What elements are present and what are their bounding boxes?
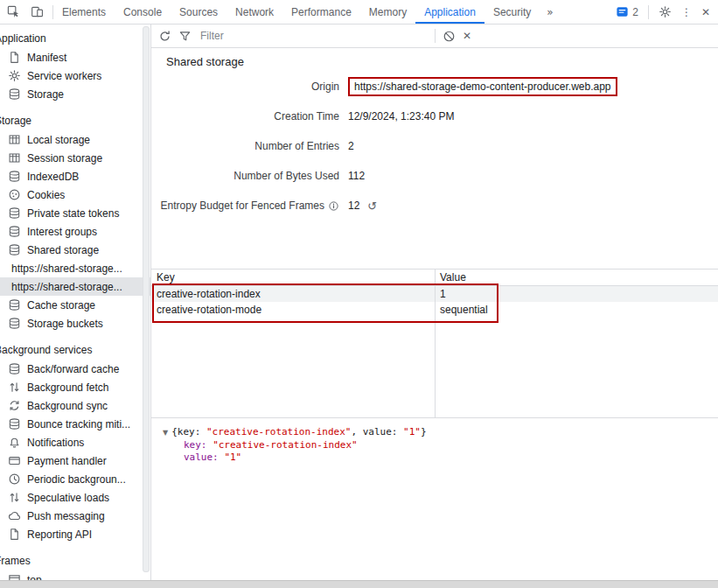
sidebar-item-indexeddb[interactable]: IndexedDB [0,167,150,186]
sidebar-item-cache-storage[interactable]: Cache storage [0,296,150,314]
sidebar-item-shared-storage-origin-1[interactable]: https://shared-storage... [0,259,150,277]
column-header-value[interactable]: Value [435,271,466,284]
sidebar-item-label: Speculative loads [27,492,109,504]
sidebar-item-reporting-api[interactable]: Reporting API [0,525,150,543]
panel-toolbar: ✕ [151,24,718,48]
clear-all-icon[interactable] [443,30,456,43]
sidebar-item-local-storage[interactable]: Local storage [0,130,150,149]
meta-row-number-of-bytes: Number of Bytes Used 112 [151,161,718,191]
annotation-box-origin: https://shared-storage-demo-content-prod… [348,77,617,96]
section-frames: Frames top [0,552,150,581]
sidebar-item-label: Push messaging [27,510,105,522]
sidebar-item-label: Storage [27,88,64,101]
sidebar-item-service-workers[interactable]: Service workers [0,66,150,85]
sidebar-item-label: https://shared-storage... [11,262,122,275]
sidebar-item-shared-storage-origin-2[interactable]: https://shared-storage... [0,277,150,296]
cookie-icon [8,188,21,201]
more-tabs-icon[interactable]: » [540,0,560,24]
sidebar-item-periodic-background-sync[interactable]: Periodic backgroun... [0,470,150,488]
meta-label: Number of Bytes Used [151,170,339,182]
sidebar-item-background-fetch[interactable]: Background fetch [0,378,150,396]
preview-entry-key: key: "creative-rotation-index" [184,439,718,452]
sidebar-item-payment-handler[interactable]: Payment handler [0,452,150,470]
section-title-storage[interactable]: Storage [0,112,150,130]
settings-gear-icon[interactable] [659,5,672,18]
sidebar-item-label: Local storage [27,134,90,146]
sidebar-item-label: Cookies [27,189,65,201]
up-down-arrows-icon [8,491,21,504]
meta-row-creation-time: Creation Time 12/9/2024, 1:23:40 PM [151,102,718,131]
close-devtools-icon[interactable]: ✕ [701,6,710,18]
preview-entry-value: value: "1" [184,452,718,464]
sidebar-item-storage-buckets[interactable]: Storage buckets [0,314,150,332]
sidebar-item-background-sync[interactable]: Background sync [0,396,150,415]
entry-preview-pane: ▼{key: "creative-rotation-index", value:… [151,417,718,581]
window-bottom-edge [0,580,718,588]
issues-count: 2 [632,6,638,18]
section-title-application[interactable]: Application [0,30,150,48]
database-icon [8,206,21,220]
sidebar-item-label: Cache storage [27,299,95,312]
expand-triangle-icon[interactable]: ▼ [163,429,168,437]
reset-budget-icon[interactable]: ↺ [367,200,377,213]
tabbar-right-icons: 2 ⋮ ✕ [616,0,718,24]
meta-label: Entropy Budget for Fenced Frames [151,200,339,212]
sidebar-item-storage[interactable]: Storage [0,85,150,103]
shared-storage-panel: ✕ Shared storage Origin https://shared-s… [151,24,718,581]
sidebar-item-interest-groups[interactable]: Interest groups [0,222,150,241]
sidebar-item-label: Manifest [27,52,66,64]
meta-value: 2 [348,140,354,152]
sidebar-item-speculative-loads[interactable]: Speculative loads [0,488,150,507]
sidebar-scrollbar[interactable] [143,26,150,572]
tab-network[interactable]: Network [227,0,282,24]
tab-security[interactable]: Security [484,0,540,24]
application-sidebar: Application Manifest Service workers Sto… [0,24,151,581]
cell-key: creative-rotation-index [151,288,435,300]
sidebar-item-push-messaging[interactable]: Push messaging [0,507,150,525]
clock-icon [8,472,21,486]
section-application: Application Manifest Service workers Sto… [0,30,150,103]
sidebar-item-bounce-tracking[interactable]: Bounce tracking miti... [0,415,150,433]
sidebar-item-label: Service workers [27,70,101,82]
device-toolbar-icon[interactable] [31,5,44,18]
sidebar-item-shared-storage[interactable]: Shared storage [0,241,150,259]
sidebar-item-label: Shared storage [27,244,99,256]
close-icon[interactable]: ✕ [463,30,471,42]
sidebar-item-label: Back/forward cache [27,363,119,375]
sidebar-item-cookies[interactable]: Cookies [0,186,150,204]
sidebar-item-private-state-tokens[interactable]: Private state tokens [0,204,150,222]
sidebar-item-label: Session storage [27,152,102,164]
sidebar-item-label: Background sync [27,400,108,412]
sidebar-item-label: Bounce tracking miti... [27,418,130,430]
issues-badge[interactable]: 2 [616,5,638,18]
meta-row-origin: Origin https://shared-storage-demo-conte… [151,72,718,102]
tab-sources[interactable]: Sources [171,0,227,24]
sidebar-item-back-forward-cache[interactable]: Back/forward cache [0,360,150,378]
column-divider[interactable] [435,270,436,417]
sidebar-item-notifications[interactable]: Notifications [0,433,150,452]
tab-memory[interactable]: Memory [360,0,415,24]
section-title-frames[interactable]: Frames [0,552,150,570]
tab-application[interactable]: Application [415,0,484,24]
sidebar-item-label: Interest groups [27,226,97,238]
tab-performance[interactable]: Performance [282,0,360,24]
refresh-icon[interactable] [158,30,171,43]
column-header-key[interactable]: Key [151,271,435,284]
tab-console[interactable]: Console [115,0,171,24]
tab-elements[interactable]: Elements [53,0,115,24]
inspect-icon[interactable] [7,5,20,18]
table-icon [8,151,21,164]
preview-summary[interactable]: ▼{key: "creative-rotation-index", value:… [163,426,718,439]
overflow-menu-icon[interactable]: ⋮ [681,6,692,18]
sidebar-item-label: Background fetch [27,382,108,394]
filter-input[interactable] [199,29,428,43]
section-title-background-services[interactable]: Background services [0,341,150,360]
cell-value: 1 [435,288,446,300]
issues-icon [616,5,629,18]
info-icon[interactable] [328,200,339,212]
sidebar-item-session-storage[interactable]: Session storage [0,149,150,167]
document-icon [8,528,21,541]
tabbar-separator [648,5,649,19]
sidebar-item-manifest[interactable]: Manifest [0,48,150,66]
database-icon [8,417,21,430]
